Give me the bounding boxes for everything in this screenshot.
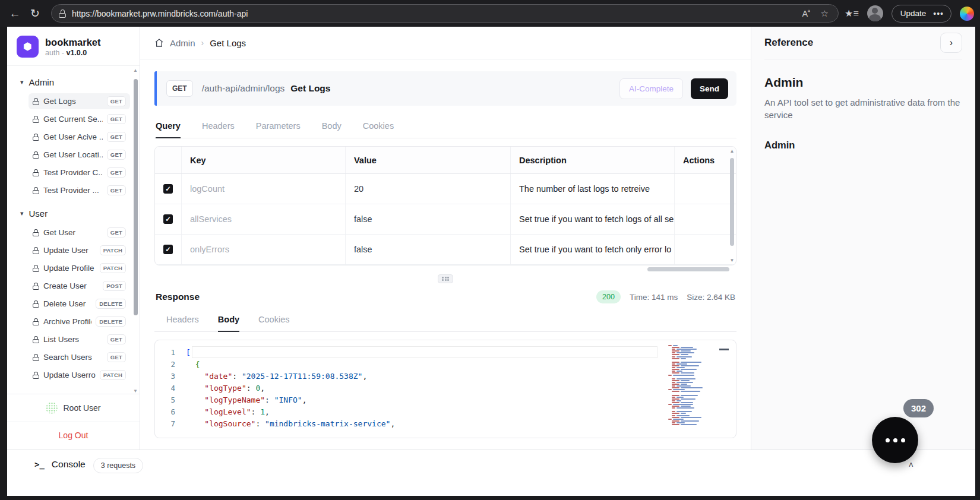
scrollbar-thumb[interactable]: [730, 158, 734, 246]
current-user[interactable]: Root User: [7, 394, 140, 422]
app-name: bookmarket: [45, 36, 101, 49]
logout-button[interactable]: Log Out: [7, 422, 140, 450]
param-value[interactable]: false: [346, 204, 511, 234]
scroll-down-icon[interactable]: ▼: [730, 258, 735, 263]
lock-icon: [33, 265, 39, 272]
browser-menu-icon[interactable]: •••: [933, 9, 944, 18]
method-badge: DELETE: [96, 317, 126, 327]
status-badge: 200: [596, 290, 621, 303]
lock-icon: [33, 247, 39, 254]
param-value[interactable]: 20: [346, 174, 511, 204]
collections-icon[interactable]: ★≡: [845, 8, 859, 19]
table-scrollbar[interactable]: ▲ ▼: [729, 148, 735, 263]
sidebar-endpoint-item[interactable]: Test Provider C... GET: [29, 164, 130, 181]
param-value[interactable]: false: [346, 235, 511, 264]
sidebar-endpoint-item[interactable]: Delete User DELETE: [29, 296, 130, 312]
scroll-down-icon[interactable]: ▼: [133, 389, 138, 394]
sidebar-scrollbar[interactable]: ▲ ▼: [132, 68, 138, 394]
response-tab[interactable]: Cookies: [258, 315, 289, 332]
method-badge: PATCH: [100, 370, 126, 380]
lock-icon: [59, 10, 66, 18]
group-label: User: [29, 208, 48, 219]
app-version: v1.0.0: [66, 49, 87, 57]
table-horizontal-scrollbar[interactable]: [154, 267, 736, 271]
breadcrumb-section[interactable]: Admin: [170, 38, 195, 48]
address-bar[interactable]: https://bookmarket.prw.mindbricks.com/au…: [51, 4, 839, 23]
app-window: ⬢ bookmarket auth - v1.0.0 ▾ Admin Get L: [7, 27, 975, 496]
method-badge: GET: [107, 150, 126, 160]
param-key[interactable]: onlyErrors: [182, 235, 346, 264]
method-badge: GET: [107, 185, 126, 195]
row-checkbox[interactable]: ✓: [163, 245, 173, 254]
refresh-icon[interactable]: ↻: [25, 7, 45, 20]
sidebar-endpoint-item[interactable]: Get Logs GET: [29, 93, 130, 109]
sidebar-endpoint-item[interactable]: Get User GET: [29, 224, 130, 240]
browser-update-button[interactable]: Update •••: [892, 5, 951, 23]
scroll-up-icon[interactable]: ▲: [133, 68, 138, 73]
row-checkbox[interactable]: ✓: [163, 214, 173, 224]
collapse-panel-button[interactable]: ›: [940, 33, 962, 53]
user-avatar: [46, 402, 58, 414]
param-key[interactable]: allServices: [182, 204, 346, 234]
copilot-icon[interactable]: [960, 7, 974, 21]
back-icon[interactable]: ←: [5, 7, 25, 20]
response-time: Time: 141 ms: [630, 293, 678, 302]
app-logo-icon: ⬢: [17, 36, 39, 58]
request-tab[interactable]: Body: [322, 121, 342, 138]
scrollbar-thumb[interactable]: [647, 267, 729, 271]
sidebar-group-user[interactable]: ▾ User: [14, 204, 134, 223]
response-code: 1[2 {3 "date": "2025-12-17T11:59:08.538Z…: [155, 340, 736, 429]
lock-icon: [33, 151, 39, 159]
sidebar-endpoint-item[interactable]: Update Profile PATCH: [29, 260, 130, 276]
sidebar-endpoint-item[interactable]: Test Provider ... GET: [29, 182, 130, 198]
lock-icon: [33, 169, 39, 176]
endpoint-label: Archive Profile: [43, 317, 91, 326]
home-icon[interactable]: [154, 38, 164, 48]
splitter-drag-handle[interactable]: [438, 274, 453, 283]
breadcrumb: Admin › Get Logs: [140, 27, 751, 59]
ai-complete-button[interactable]: AI-Complete: [619, 78, 683, 99]
request-tab[interactable]: Cookies: [363, 121, 394, 138]
response-body-editor[interactable]: 1[2 {3 "date": "2025-12-17T11:59:08.538Z…: [154, 340, 736, 438]
sidebar-endpoint-item[interactable]: Update Userrole PATCH: [29, 367, 130, 383]
sidebar-group-admin[interactable]: ▾ Admin: [14, 73, 134, 91]
main-panel: Admin › Get Logs GET /auth-api/admin/log…: [140, 27, 751, 450]
chat-button[interactable]: [872, 417, 918, 463]
minimap[interactable]: [667, 345, 718, 433]
sidebar-endpoint-item[interactable]: Get User Acive ... GET: [29, 129, 130, 145]
lock-icon: [33, 354, 39, 361]
console-label[interactable]: Console: [52, 459, 86, 470]
sidebar-endpoint-item[interactable]: List Users GET: [29, 331, 130, 347]
send-button[interactable]: Send: [691, 78, 728, 99]
console-bar[interactable]: >_ Console 3 requests ˄: [7, 450, 975, 496]
column-value: Value: [346, 147, 511, 173]
sidebar-endpoint-item[interactable]: Get Current Se... GET: [29, 111, 130, 127]
param-key[interactable]: logCount: [182, 174, 346, 204]
sidebar-endpoint-item[interactable]: Search Users GET: [29, 349, 130, 365]
sidebar-endpoint-item[interactable]: Get User Locati... GET: [29, 147, 130, 163]
user-name: Root User: [63, 403, 100, 413]
response-tab[interactable]: Headers: [166, 315, 199, 332]
scrollbar-thumb[interactable]: [134, 79, 138, 315]
lock-icon: [33, 98, 39, 105]
scroll-up-icon[interactable]: ▲: [730, 148, 735, 154]
minimap-slider[interactable]: [719, 349, 729, 350]
favorite-star-icon[interactable]: ☆: [821, 8, 829, 19]
request-tab[interactable]: Parameters: [256, 121, 301, 138]
profile-avatar[interactable]: [867, 5, 883, 21]
url-text[interactable]: https://bookmarket.prw.mindbricks.com/au…: [72, 9, 802, 18]
code-line: 6 "logLevel": 1,: [155, 406, 736, 417]
request-tab[interactable]: Headers: [202, 121, 235, 138]
endpoint-label: Update User: [43, 246, 96, 255]
method-badge: GET: [107, 114, 126, 124]
column-actions: Actions: [675, 147, 736, 173]
param-description: Set true if you want to fetch only error…: [511, 235, 675, 264]
read-aloud-icon[interactable]: Aʻʻ: [802, 9, 810, 18]
sidebar-endpoint-item[interactable]: Create User POST: [29, 278, 130, 294]
request-tab[interactable]: Query: [156, 121, 181, 138]
sidebar-endpoint-item[interactable]: Archive Profile DELETE: [29, 314, 130, 330]
row-checkbox[interactable]: ✓: [163, 184, 173, 194]
response-tab[interactable]: Body: [218, 315, 239, 332]
method-badge: GET: [107, 334, 126, 344]
sidebar-endpoint-item[interactable]: Update User PATCH: [29, 242, 130, 258]
